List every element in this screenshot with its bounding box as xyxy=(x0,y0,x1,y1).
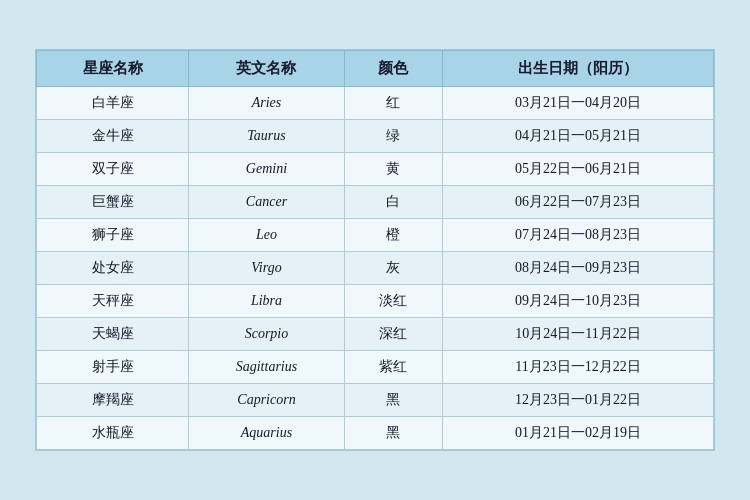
cell-dates: 08月24日一09月23日 xyxy=(443,252,714,285)
cell-chinese-name: 摩羯座 xyxy=(37,384,189,417)
cell-english-name: Capricorn xyxy=(189,384,344,417)
cell-color: 黑 xyxy=(344,417,443,450)
cell-color: 黄 xyxy=(344,153,443,186)
cell-color: 灰 xyxy=(344,252,443,285)
table-row: 摩羯座Capricorn黑12月23日一01月22日 xyxy=(37,384,714,417)
cell-chinese-name: 白羊座 xyxy=(37,87,189,120)
cell-dates: 11月23日一12月22日 xyxy=(443,351,714,384)
cell-chinese-name: 狮子座 xyxy=(37,219,189,252)
cell-dates: 07月24日一08月23日 xyxy=(443,219,714,252)
cell-chinese-name: 双子座 xyxy=(37,153,189,186)
cell-color: 白 xyxy=(344,186,443,219)
cell-english-name: Cancer xyxy=(189,186,344,219)
cell-english-name: Virgo xyxy=(189,252,344,285)
table-row: 天蝎座Scorpio深红10月24日一11月22日 xyxy=(37,318,714,351)
header-dates: 出生日期（阳历） xyxy=(443,51,714,87)
cell-english-name: Leo xyxy=(189,219,344,252)
cell-chinese-name: 天蝎座 xyxy=(37,318,189,351)
cell-dates: 05月22日一06月21日 xyxy=(443,153,714,186)
header-color: 颜色 xyxy=(344,51,443,87)
cell-dates: 12月23日一01月22日 xyxy=(443,384,714,417)
cell-chinese-name: 射手座 xyxy=(37,351,189,384)
table-header-row: 星座名称 英文名称 颜色 出生日期（阳历） xyxy=(37,51,714,87)
cell-english-name: Sagittarius xyxy=(189,351,344,384)
cell-english-name: Aries xyxy=(189,87,344,120)
cell-chinese-name: 巨蟹座 xyxy=(37,186,189,219)
table-row: 水瓶座Aquarius黑01月21日一02月19日 xyxy=(37,417,714,450)
cell-english-name: Taurus xyxy=(189,120,344,153)
table-row: 双子座Gemini黄05月22日一06月21日 xyxy=(37,153,714,186)
cell-color: 淡红 xyxy=(344,285,443,318)
cell-color: 绿 xyxy=(344,120,443,153)
cell-english-name: Libra xyxy=(189,285,344,318)
table-row: 金牛座Taurus绿04月21日一05月21日 xyxy=(37,120,714,153)
table-row: 白羊座Aries红03月21日一04月20日 xyxy=(37,87,714,120)
zodiac-table: 星座名称 英文名称 颜色 出生日期（阳历） 白羊座Aries红03月21日一04… xyxy=(36,50,714,450)
cell-color: 深红 xyxy=(344,318,443,351)
table-body: 白羊座Aries红03月21日一04月20日金牛座Taurus绿04月21日一0… xyxy=(37,87,714,450)
table-row: 天秤座Libra淡红09月24日一10月23日 xyxy=(37,285,714,318)
table-row: 处女座Virgo灰08月24日一09月23日 xyxy=(37,252,714,285)
cell-color: 紫红 xyxy=(344,351,443,384)
cell-chinese-name: 水瓶座 xyxy=(37,417,189,450)
cell-chinese-name: 天秤座 xyxy=(37,285,189,318)
cell-chinese-name: 处女座 xyxy=(37,252,189,285)
table-row: 狮子座Leo橙07月24日一08月23日 xyxy=(37,219,714,252)
cell-dates: 01月21日一02月19日 xyxy=(443,417,714,450)
header-english-name: 英文名称 xyxy=(189,51,344,87)
cell-dates: 04月21日一05月21日 xyxy=(443,120,714,153)
cell-english-name: Scorpio xyxy=(189,318,344,351)
zodiac-table-container: 星座名称 英文名称 颜色 出生日期（阳历） 白羊座Aries红03月21日一04… xyxy=(35,49,715,451)
table-row: 巨蟹座Cancer白06月22日一07月23日 xyxy=(37,186,714,219)
cell-dates: 09月24日一10月23日 xyxy=(443,285,714,318)
cell-chinese-name: 金牛座 xyxy=(37,120,189,153)
cell-color: 红 xyxy=(344,87,443,120)
cell-dates: 03月21日一04月20日 xyxy=(443,87,714,120)
cell-color: 橙 xyxy=(344,219,443,252)
cell-dates: 06月22日一07月23日 xyxy=(443,186,714,219)
cell-english-name: Gemini xyxy=(189,153,344,186)
cell-dates: 10月24日一11月22日 xyxy=(443,318,714,351)
cell-english-name: Aquarius xyxy=(189,417,344,450)
table-row: 射手座Sagittarius紫红11月23日一12月22日 xyxy=(37,351,714,384)
cell-color: 黑 xyxy=(344,384,443,417)
header-chinese-name: 星座名称 xyxy=(37,51,189,87)
